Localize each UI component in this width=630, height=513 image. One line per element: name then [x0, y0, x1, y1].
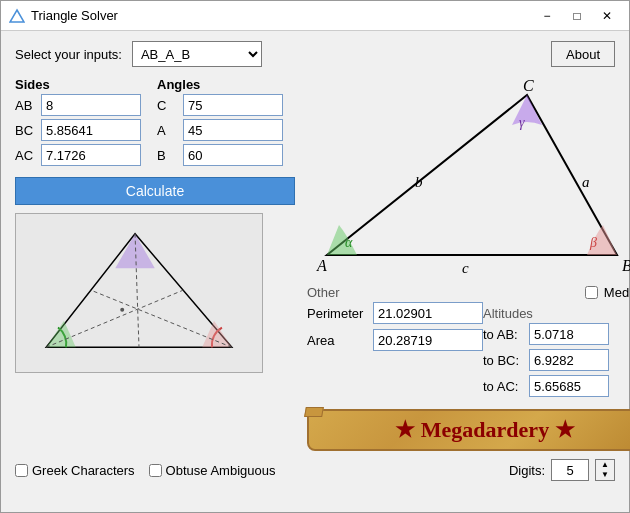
app-icon	[9, 8, 25, 24]
to-bc-row: to BC:	[483, 349, 630, 371]
greek-label[interactable]: Greek Characters	[32, 463, 135, 478]
angle-c-label: C	[157, 98, 179, 113]
svg-marker-0	[10, 10, 24, 22]
medians-checkbox[interactable]	[585, 286, 598, 299]
bc-row: BC	[15, 119, 141, 141]
obtuse-label[interactable]: Obtuse Ambiguous	[166, 463, 276, 478]
svg-text:a: a	[582, 174, 590, 190]
digits-label: Digits:	[509, 463, 545, 478]
svg-text:c: c	[462, 260, 469, 276]
right-panel: A B C c a b α	[307, 77, 630, 451]
to-ab-row: to AB:	[483, 323, 630, 345]
ab-label: AB	[15, 98, 37, 113]
maximize-button[interactable]: □	[563, 4, 591, 28]
to-ac-row: to AC:	[483, 375, 630, 397]
greek-checkbox[interactable]	[15, 464, 28, 477]
area-row: Area	[307, 329, 483, 351]
angle-b-input[interactable]	[183, 144, 283, 166]
input-selector: Select your inputs: AB_A_B	[15, 41, 262, 67]
bottom-row: Greek Characters Obtuse Ambiguous Digits…	[15, 459, 615, 481]
left-panel: Sides AB BC AC	[15, 77, 295, 451]
perimeter-label: Perimeter	[307, 306, 367, 321]
banner-name: Megadardery	[421, 417, 549, 442]
preview-svg	[16, 214, 262, 372]
input-type-select[interactable]: AB_A_B	[132, 41, 262, 67]
angles-title: Angles	[157, 77, 283, 92]
obtuse-row: Obtuse Ambiguous	[149, 463, 276, 478]
banner: ★ Megadardery ★	[307, 409, 630, 451]
window-controls: − □ ✕	[533, 4, 621, 28]
to-ab-label: to AB:	[483, 327, 525, 342]
altitudes-label: Altitudes	[483, 306, 630, 321]
minimize-button[interactable]: −	[533, 4, 561, 28]
calculate-button[interactable]: Calculate	[15, 177, 295, 205]
sides-title: Sides	[15, 77, 141, 92]
angle-a-row: A	[157, 119, 283, 141]
medians-label[interactable]: Medians	[604, 285, 630, 300]
to-ac-label: to AC:	[483, 379, 525, 394]
perimeter-input[interactable]	[373, 302, 483, 324]
triangle-diagram: A B C c a b α	[307, 77, 630, 277]
svg-text:b: b	[415, 174, 423, 190]
bc-input[interactable]	[41, 119, 141, 141]
ac-row: AC	[15, 144, 141, 166]
angles-group: Angles C A B	[157, 77, 283, 169]
ac-input[interactable]	[41, 144, 141, 166]
inputs-row: Sides AB BC AC	[15, 77, 295, 169]
to-ab-input[interactable]	[529, 323, 609, 345]
angle-a-label: A	[157, 123, 179, 138]
svg-text:β: β	[589, 235, 597, 250]
sides-group: Sides AB BC AC	[15, 77, 141, 169]
perimeter-row: Perimeter	[307, 302, 483, 324]
bc-label: BC	[15, 123, 37, 138]
area-input[interactable]	[373, 329, 483, 351]
digits-up-button[interactable]: ▲	[596, 460, 614, 470]
svg-text:A: A	[316, 257, 327, 274]
digits-input[interactable]	[551, 459, 589, 481]
other-label: Other	[307, 285, 483, 300]
results-area: Other Perimeter Area	[307, 285, 630, 401]
ab-row: AB	[15, 94, 141, 116]
top-row: Select your inputs: AB_A_B About	[15, 41, 615, 67]
svg-text:γ: γ	[519, 115, 525, 130]
diagram-svg: A B C c a b α	[307, 77, 630, 277]
area-label: Area	[307, 333, 367, 348]
title-bar: Triangle Solver − □ ✕	[1, 1, 629, 31]
angle-c-row: C	[157, 94, 283, 116]
angle-b-label: B	[157, 148, 179, 163]
digits-down-button[interactable]: ▼	[596, 470, 614, 480]
about-button[interactable]: About	[551, 41, 615, 67]
svg-text:B: B	[622, 257, 630, 274]
banner-star1: ★	[395, 417, 415, 442]
medians-row: Medians	[483, 285, 630, 300]
svg-marker-10	[327, 95, 617, 255]
banner-text: ★ Megadardery ★	[395, 417, 574, 442]
angle-c-input[interactable]	[183, 94, 283, 116]
greek-chars-row: Greek Characters	[15, 463, 135, 478]
main-window: Triangle Solver − □ ✕ Select your inputs…	[0, 0, 630, 513]
results-right: Medians Altitudes to AB: to BC: to AC:	[483, 285, 630, 401]
ac-label: AC	[15, 148, 37, 163]
ab-input[interactable]	[41, 94, 141, 116]
to-bc-label: to BC:	[483, 353, 525, 368]
to-bc-input[interactable]	[529, 349, 609, 371]
to-ac-input[interactable]	[529, 375, 609, 397]
window-title: Triangle Solver	[31, 8, 533, 23]
digits-row: Digits: ▲ ▼	[509, 459, 615, 481]
obtuse-checkbox[interactable]	[149, 464, 162, 477]
svg-point-9	[120, 308, 124, 312]
banner-star2: ★	[555, 417, 575, 442]
svg-text:C: C	[523, 77, 534, 94]
select-label: Select your inputs:	[15, 47, 122, 62]
digits-spinner: ▲ ▼	[595, 459, 615, 481]
results-left: Other Perimeter Area	[307, 285, 483, 401]
preview-box	[15, 213, 263, 373]
main-layout: Sides AB BC AC	[15, 77, 615, 451]
angle-a-input[interactable]	[183, 119, 283, 141]
content-area: Select your inputs: AB_A_B About Sides A…	[1, 31, 629, 512]
close-button[interactable]: ✕	[593, 4, 621, 28]
angle-b-row: B	[157, 144, 283, 166]
svg-text:α: α	[345, 235, 353, 250]
